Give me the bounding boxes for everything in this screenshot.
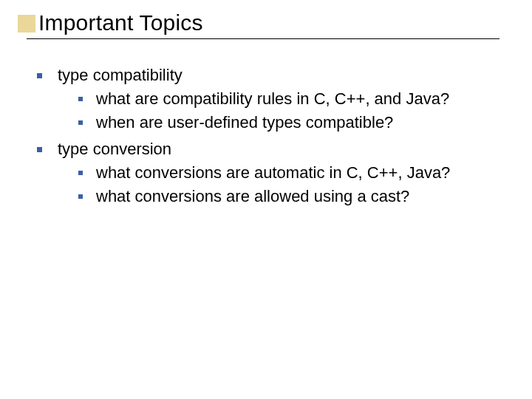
list-item: type compatibility what are compatibilit… [37, 64, 502, 134]
list-item: when are user-defined types compatible? [78, 111, 502, 134]
list-item-label: type compatibility [58, 66, 183, 84]
list-item: what conversions are automatic in C, C++… [78, 161, 502, 185]
list-item-label: what conversions are automatic in C, C++… [96, 163, 450, 182]
list-item-label: what conversions are allowed using a cas… [96, 187, 409, 205]
outline-list: type compatibility what are compatibilit… [37, 64, 502, 208]
slide-body: type compatibility what are compatibilit… [37, 64, 502, 211]
square-bullet-icon [78, 120, 83, 125]
square-bullet-icon [78, 194, 83, 199]
slide-title: Important Topics [38, 10, 203, 35]
slide: Important Topics type compatibility what… [0, 0, 532, 399]
title-accent-block [18, 15, 35, 33]
square-bullet-icon [37, 147, 42, 152]
list-item-label: when are user-defined types compatible? [96, 113, 393, 132]
outline-sublist: what are compatibility rules in C, C++, … [58, 87, 502, 134]
list-item-label: type conversion [58, 140, 171, 158]
square-bullet-icon [78, 97, 83, 101]
list-item: what are compatibility rules in C, C++, … [78, 87, 502, 111]
title-underline [27, 38, 499, 39]
list-item-label: what are compatibility rules in C, C++, … [96, 89, 449, 108]
list-item: what conversions are allowed using a cas… [78, 185, 502, 208]
square-bullet-icon [37, 73, 42, 78]
title-wrap: Important Topics [38, 10, 203, 35]
outline-sublist: what conversions are automatic in C, C++… [58, 161, 502, 208]
list-item: type conversion what conversions are aut… [37, 137, 502, 208]
square-bullet-icon [78, 171, 83, 175]
